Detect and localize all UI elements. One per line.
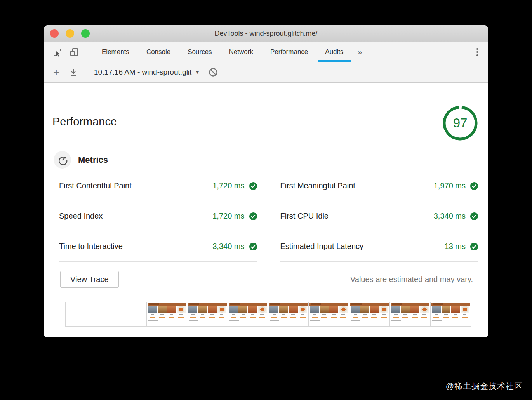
stopwatch-icon: [57, 155, 68, 165]
toolbar-separator: [85, 47, 85, 57]
audits-report-content: Performance 97 Metrics: [44, 83, 488, 337]
audits-toolbar-separator: [86, 67, 86, 77]
site-watermark: @稀土掘金技术社区: [446, 381, 523, 391]
metrics-grid: First Contentful Paint 1,720 ms First Me…: [59, 171, 478, 262]
metrics-disclaimer: Values are estimated and may vary.: [350, 275, 473, 284]
download-report-icon[interactable]: [65, 68, 82, 77]
pass-check-icon: [470, 212, 478, 221]
filmstrip-frame: [430, 302, 471, 327]
metric-row-time-to-interactive: Time to Interactive 3,340 ms: [59, 231, 257, 262]
screenshot-filmstrip: [65, 302, 471, 327]
pass-check-icon: [249, 212, 257, 221]
panel-tabs: Elements Console Sources Network Perform…: [93, 42, 367, 62]
filmstrip-frame: [349, 302, 390, 327]
audit-session-dropdown[interactable]: 10:17:16 AM - wind-sprout.glit ▼: [94, 68, 200, 77]
filmstrip-frame-blank: [106, 302, 146, 327]
tab-performance[interactable]: Performance: [262, 42, 316, 62]
dropdown-arrow-icon: ▼: [195, 70, 200, 75]
metric-row-estimated-input-latency: Estimated Input Latency 13 ms: [280, 231, 479, 262]
filmstrip-frame: [228, 302, 268, 327]
tab-network[interactable]: Network: [221, 42, 262, 62]
metric-row-first-contentful-paint: First Contentful Paint 1,720 ms: [59, 171, 257, 201]
tab-sources[interactable]: Sources: [179, 42, 220, 62]
audits-toolbar: + 10:17:16 AM - wind-sprout.glit ▼: [44, 62, 488, 83]
view-trace-button[interactable]: View Trace: [60, 271, 119, 288]
more-tabs-chevron-icon[interactable]: »: [352, 42, 368, 62]
tabbar-separator: [468, 47, 468, 57]
device-toolbar-icon[interactable]: [66, 42, 83, 62]
tabbar-right-controls: [465, 42, 488, 62]
filmstrip-frame: [389, 302, 430, 327]
new-audit-icon[interactable]: +: [48, 66, 65, 78]
metric-row-first-meaningful-paint: First Meaningful Paint 1,970 ms: [280, 171, 479, 201]
pass-check-icon: [249, 242, 257, 251]
pass-check-icon: [470, 182, 478, 190]
pass-check-icon: [249, 182, 257, 190]
titlebar: DevTools - wind-sprout.glitch.me/: [44, 25, 488, 42]
tab-console[interactable]: Console: [138, 42, 179, 62]
clear-audits-icon[interactable]: [208, 67, 218, 77]
tab-audits[interactable]: Audits: [316, 42, 352, 62]
audit-session-label: 10:17:16 AM - wind-sprout.glit: [94, 68, 191, 77]
metric-row-first-cpu-idle: First CPU Idle 3,340 ms: [280, 201, 479, 231]
devtools-window: DevTools - wind-sprout.glitch.me/ Elemen…: [44, 25, 488, 337]
filmstrip-frame: [146, 302, 187, 327]
metrics-section-title: Metrics: [78, 155, 108, 165]
performance-score-value: 97: [442, 105, 478, 141]
inspect-element-icon[interactable]: [49, 42, 66, 62]
devtools-menu-icon[interactable]: [470, 48, 484, 56]
window-title: DevTools - wind-sprout.glitch.me/: [44, 30, 488, 38]
filmstrip-frame: [268, 302, 309, 327]
performance-score-gauge[interactable]: 97: [442, 105, 478, 141]
filmstrip-frame: [308, 302, 349, 327]
tab-elements[interactable]: Elements: [93, 42, 138, 62]
filmstrip-frame: [187, 302, 228, 327]
report-title: Performance: [52, 115, 117, 128]
pass-check-icon: [470, 242, 478, 251]
metrics-section-icon-bg: [54, 151, 71, 169]
filmstrip-frame-blank: [65, 302, 106, 327]
metric-row-speed-index: Speed Index 1,720 ms: [59, 201, 257, 231]
devtools-tabbar: Elements Console Sources Network Perform…: [44, 42, 488, 62]
